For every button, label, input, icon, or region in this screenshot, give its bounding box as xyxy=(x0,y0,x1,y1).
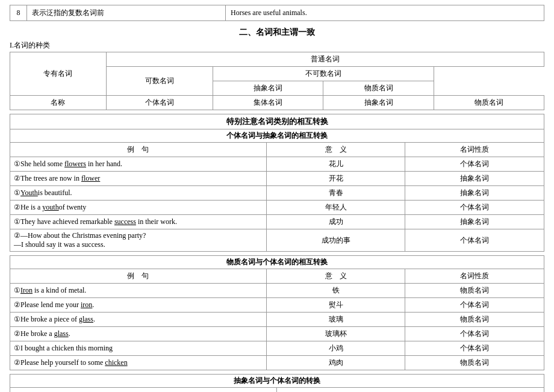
table-row: ②The trees are now in flower 开花 抽象名词 xyxy=(10,172,544,186)
keyword-glass2: glass xyxy=(54,329,69,338)
example-cell: ②—How about the Christmas evening party?… xyxy=(10,229,267,252)
col-meaning-2: 意 义 xyxy=(266,269,405,284)
keyword-chicken: chicken xyxy=(105,358,127,367)
table-row: ②Please help yourself to some chicken 鸡肉… xyxy=(10,356,544,370)
col-meaning-1: 意 义 xyxy=(266,143,405,157)
row8-example: Horses are useful animals. xyxy=(226,5,544,20)
example-cell: ①I bought a chicken this morning xyxy=(10,341,267,356)
table-header-row: 例 句 意 义 名词性质 xyxy=(10,269,544,284)
table-row: ①She held some flowers in her hand. 花儿 个… xyxy=(10,157,544,172)
col-type-2: 名词性质 xyxy=(405,269,544,284)
table-row: ②He broke a glass. 玻璃杯 个体名词 xyxy=(10,327,544,341)
individual-abstract-table: 例 句 意 义 名词性质 ①She held some flowers in h… xyxy=(10,142,544,252)
meaning-cell: 青春 xyxy=(266,186,405,201)
meaning-cell: 花儿 xyxy=(266,157,405,172)
meaning-cell: 小鸡 xyxy=(266,341,405,356)
example-cell: ①Youthis beautiful. xyxy=(10,186,267,201)
meaning-cell: 年轻人 xyxy=(266,201,405,215)
keyword-flower: flower xyxy=(81,174,100,182)
type-cell: 物质名词 xyxy=(405,356,544,370)
name-label: 名称 xyxy=(10,96,107,110)
material-individual-table: 例 句 意 义 名词性质 ①Iron is a kind of metal. 铁… xyxy=(10,269,544,370)
table-row: 名称 个体名词 集体名词 抽象名词 物质名词 xyxy=(10,96,544,110)
row8-desc: 表示泛指的复数名词前 xyxy=(27,5,226,20)
meaning-cell: 熨斗 xyxy=(266,298,405,313)
bottom-left-text: 具有动作意义的抽象名词加用与其些动词（如：have等）连用，表示某一次短暂的动作 xyxy=(10,388,277,392)
type-cell: 个体名词 xyxy=(405,341,544,356)
meaning-cell: 成功 xyxy=(266,215,405,229)
table-row: ②He is a youthof twenty 年轻人 个体名词 xyxy=(10,201,544,215)
uncountable-cell: 不可数名词 xyxy=(213,67,434,81)
type-cell: 抽象名词 xyxy=(405,186,544,201)
keyword-youth2: youth xyxy=(42,203,58,211)
bottom-right-text: ①—I'd like_____information about the man… xyxy=(277,388,544,392)
type-cell: 物质名词 xyxy=(405,313,544,327)
example-cell: ①He broke a piece of glass. xyxy=(10,313,267,327)
meaning-cell: 开花 xyxy=(266,172,405,186)
section-title: 二、名词和主谓一致 xyxy=(10,27,544,38)
meaning-cell: 成功的事 xyxy=(266,229,405,252)
col-type-1: 名词性质 xyxy=(405,143,544,157)
keyword-glass1: glass xyxy=(79,315,93,323)
example-cell: ①They have achieved remarkable success i… xyxy=(10,215,267,229)
common-noun-cell: 普通名词 xyxy=(106,52,544,67)
type-cell: 个体名词 xyxy=(405,157,544,172)
abstract-individual-title: 抽象名词与个体名词的转换 xyxy=(10,374,544,387)
table-header-row: 例 句 意 义 名词性质 xyxy=(10,143,544,157)
example-cell: ②Please help yourself to some chicken xyxy=(10,356,267,370)
special-title: 特别注意名词类别的相互转换 xyxy=(10,114,544,129)
keyword-iron2: iron xyxy=(81,300,92,309)
abstract-noun-sub: 抽象名词 xyxy=(323,96,434,110)
individual-noun-cell: 个体名词 xyxy=(106,96,213,110)
type-cell: 物质名词 xyxy=(405,284,544,298)
keyword-iron1: Iron xyxy=(20,286,33,294)
type-cell: 个体名词 xyxy=(405,298,544,313)
example-cell: ②The trees are now in flower xyxy=(10,172,267,186)
noun-types-label: I.名词的种类 xyxy=(10,40,544,51)
table-row: ①They have achieved remarkable success i… xyxy=(10,215,544,229)
individual-abstract-title: 个体名词与抽象名词的相互转换 xyxy=(10,129,544,142)
keyword-youth1: Youth xyxy=(20,188,38,197)
table-row: ①Youthis beautiful. 青春 抽象名词 xyxy=(10,186,544,201)
material-noun-sub: 物质名词 xyxy=(434,96,544,110)
material-individual-title: 物质名词与个体名词的相互转换 xyxy=(10,255,544,269)
proper-noun-cell: 专有名词 xyxy=(10,52,107,96)
meaning-cell: 铁 xyxy=(266,284,405,298)
abstract-cell: 抽象名词 xyxy=(213,81,323,96)
type-cell: 个体名词 xyxy=(405,201,544,215)
table-row: ①I bought a chicken this morning 小鸡 个体名词 xyxy=(10,341,544,356)
table-row: 专有名词 普通名词 xyxy=(10,52,544,67)
collective-noun-cell: 集体名词 xyxy=(213,96,323,110)
table-row: ②—How about the Christmas evening party?… xyxy=(10,229,544,252)
meaning-cell: 玻璃 xyxy=(266,313,405,327)
keyword-flowers: flowers xyxy=(64,160,86,168)
keyword-success1: success xyxy=(114,217,136,226)
type-cell: 抽象名词 xyxy=(405,215,544,229)
example-cell: ②He broke a glass. xyxy=(10,327,267,341)
row8: 8 表示泛指的复数名词前 Horses are useful animals. xyxy=(10,5,544,21)
example-cell: ①She held some flowers in her hand. xyxy=(10,157,267,172)
example-cell: ①Iron is a kind of metal. xyxy=(10,284,267,298)
col-example-1: 例 句 xyxy=(10,143,267,157)
type-cell: 个体名词 xyxy=(405,327,544,341)
noun-types-table: 专有名词 普通名词 可数名词 不可数名词 抽象名词 物质名词 名称 个体名词 集… xyxy=(10,52,544,110)
type-cell: 个体名词 xyxy=(405,229,544,252)
meaning-cell: 鸡肉 xyxy=(266,356,405,370)
row8-num: 8 xyxy=(10,5,27,20)
table-row: ①Iron is a kind of metal. 铁 物质名词 xyxy=(10,284,544,298)
countable-cell: 可数名词 xyxy=(106,67,213,96)
type-cell: 抽象名词 xyxy=(405,172,544,186)
meaning-cell: 玻璃杯 xyxy=(266,327,405,341)
example-cell: ②He is a youthof twenty xyxy=(10,201,267,215)
table-row: ②Please lend me your iron. 熨斗 个体名词 xyxy=(10,298,544,313)
example-cell: ②Please lend me your iron. xyxy=(10,298,267,313)
col-example-2: 例 句 xyxy=(10,269,267,284)
table-row: ①He broke a piece of glass. 玻璃 物质名词 xyxy=(10,313,544,327)
bottom-section: 具有动作意义的抽象名词加用与其些动词（如：have等）连用，表示某一次短暂的动作… xyxy=(10,387,544,392)
material-cell: 物质名词 xyxy=(323,81,434,96)
